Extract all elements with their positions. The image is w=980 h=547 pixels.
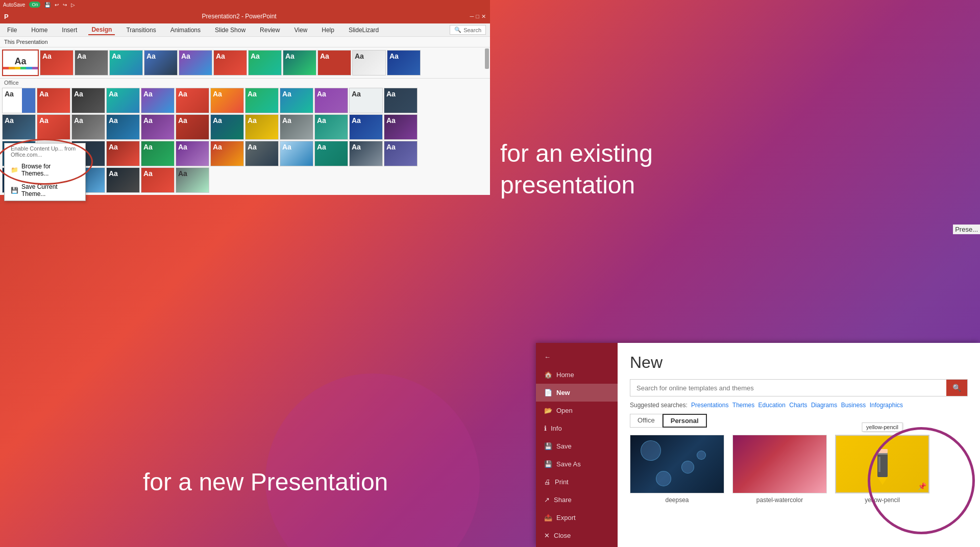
office-theme-12[interactable]: Aa [384,88,418,113]
current-theme-thumb[interactable]: Aa [2,49,39,76]
office-theme-31[interactable]: Aa [210,141,244,166]
tab-transitions[interactable]: Transitions [123,26,159,35]
office-theme-30[interactable]: Aa [176,141,209,166]
pin-icon[interactable]: 📌 [918,482,926,490]
office-theme-41[interactable]: Aa [141,167,175,193]
office-theme-3[interactable]: Aa [71,88,105,113]
template-search-button[interactable]: 🔍 [946,380,967,396]
office-theme-32[interactable]: Aa [245,141,279,166]
sidebar-export[interactable]: 📤 Export [536,509,618,527]
sidebar-close[interactable]: ✕ Close [536,527,618,544]
office-theme-16[interactable]: Aa [106,114,140,140]
office-theme-2[interactable]: Aa [37,88,70,113]
tab-file[interactable]: File [4,26,20,35]
scrollbar-thumb[interactable] [485,48,489,69]
office-theme-35[interactable]: Aa [349,141,383,166]
theme-thumb-6[interactable]: Aa [213,50,247,76]
tab-home[interactable]: Home [28,26,51,35]
office-theme-36[interactable]: Aa [384,141,418,166]
tab-office[interactable]: Office [630,414,663,428]
sidebar-print[interactable]: 🖨 Print [536,473,618,491]
office-theme-19[interactable]: Aa [210,114,244,140]
save-icon[interactable]: 💾 [44,2,51,8]
undo-icon[interactable]: ↩ [55,2,59,8]
save-theme-item[interactable]: 💾 Save Current Theme... [5,180,85,201]
theme-thumb-2[interactable]: Aa [75,50,108,76]
tab-insert[interactable]: Insert [59,26,80,35]
tab-design[interactable]: Design [88,25,115,35]
minimize-btn[interactable]: ─ [470,13,474,20]
suggested-education[interactable]: Education [758,402,786,409]
tab-slideshow[interactable]: Slide Show [212,26,249,35]
theme-thumb-4[interactable]: Aa [144,50,178,76]
maximize-btn[interactable]: □ [476,13,479,20]
office-theme-5[interactable]: Aa [141,88,175,113]
tab-animations[interactable]: Animations [167,26,204,35]
tab-review[interactable]: Review [257,26,283,35]
share-icon: ↗ [544,496,550,504]
sidebar-info[interactable]: ℹ Info [536,419,618,437]
office-theme-42[interactable]: Aa [176,167,209,193]
office-theme-13[interactable]: Aa [2,114,36,140]
suggested-business[interactable]: Business [841,402,866,409]
suggested-diagrams[interactable]: Diagrams [811,402,837,409]
office-theme-20[interactable]: Aa [245,114,279,140]
office-theme-21[interactable]: Aa [280,114,313,140]
theme-thumb-8[interactable]: Aa [283,50,316,76]
tab-view[interactable]: View [291,26,310,35]
office-theme-4[interactable]: Aa [106,88,140,113]
ribbon-search-box[interactable]: 🔍 Search [450,25,486,35]
suggested-presentations[interactable]: Presentations [691,402,728,409]
sidebar-home[interactable]: 🏠 Home [536,366,618,384]
sidebar-share[interactable]: ↗ Share [536,491,618,509]
new-label: New [556,389,570,396]
template-pastel-watercolor[interactable]: pastel-watercolor [732,435,827,504]
redo-icon[interactable]: ↪ [63,2,67,8]
suggested-infographics[interactable]: Infographics [870,402,903,409]
present-icon[interactable]: ▷ [71,2,75,8]
tab-help[interactable]: Help [318,26,337,35]
sidebar-save-as[interactable]: 💾 Save As [536,455,618,473]
theme-thumb-3[interactable]: Aa [109,50,143,76]
office-theme-18[interactable]: Aa [176,114,209,140]
office-theme-24[interactable]: Aa [384,114,418,140]
theme-thumb-7[interactable]: Aa [248,50,282,76]
office-theme-14[interactable]: Aa [37,114,70,140]
office-theme-28[interactable]: Aa [106,141,140,166]
office-theme-22[interactable]: Aa [314,114,348,140]
office-theme-8[interactable]: Aa [245,88,279,113]
sidebar-save[interactable]: 💾 Save [536,437,618,455]
close-btn[interactable]: ✕ [481,13,486,20]
office-theme-6[interactable]: Aa [176,88,209,113]
office-theme-33[interactable]: Aa [280,141,313,166]
tab-slidelizard[interactable]: SlideLizard [346,26,382,35]
sidebar-back-btn[interactable]: ← [536,348,618,366]
office-theme-23[interactable]: Aa [349,114,383,140]
office-theme-17[interactable]: Aa [141,114,175,140]
template-search-input[interactable] [630,380,946,396]
office-theme-29[interactable]: Aa [141,141,175,166]
office-theme-1[interactable]: Aa [2,88,36,113]
office-theme-34[interactable]: Aa [314,141,348,166]
suggested-themes[interactable]: Themes [732,402,754,409]
theme-thumb-10[interactable]: Aa [352,50,386,76]
suggested-charts[interactable]: Charts [789,402,807,409]
template-yellow-pencil[interactable]: yellow-pencil 📌 yellow-penc [835,435,929,504]
autosave-toggle[interactable]: On [29,2,40,8]
info-label: Info [551,425,562,432]
theme-thumb-11[interactable]: Aa [387,50,421,76]
browse-themes-item[interactable]: 📁 Browse for Themes... [5,160,85,180]
sidebar-open[interactable]: 📂 Open [536,402,618,419]
office-theme-9[interactable]: Aa [280,88,313,113]
tab-personal[interactable]: Personal [663,414,707,428]
template-deepsea[interactable]: deepsea [630,435,724,504]
office-theme-40[interactable]: Aa [106,167,140,193]
office-theme-15[interactable]: Aa [71,114,105,140]
theme-thumb-1[interactable]: Aa [40,50,74,76]
office-theme-7[interactable]: Aa [210,88,244,113]
theme-thumb-9[interactable]: Aa [317,50,351,76]
sidebar-new[interactable]: 📄 New [536,384,618,402]
office-theme-10[interactable]: Aa [314,88,348,113]
office-theme-11[interactable]: Aa [349,88,383,113]
theme-thumb-5[interactable]: Aa [179,50,212,76]
